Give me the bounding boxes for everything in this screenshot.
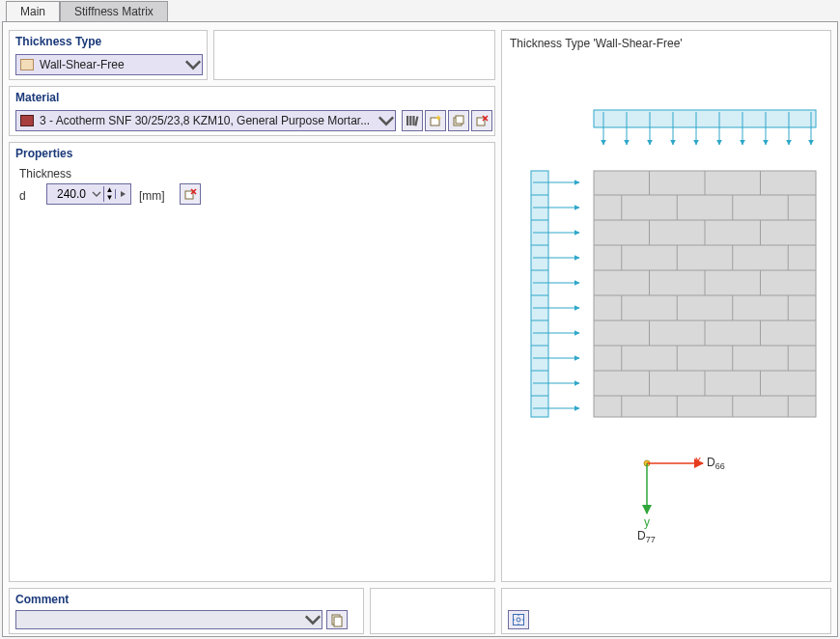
library-icon bbox=[405, 113, 420, 128]
svg-rect-2 bbox=[412, 116, 414, 125]
material-value: 3 - Acotherm SNF 30/25/23,8 KZM10, Gener… bbox=[40, 114, 378, 127]
apply-right-icon[interactable] bbox=[115, 189, 130, 199]
group-properties: Properties Thickness d 240.0 ▲ ▼ [mm] bbox=[9, 142, 495, 582]
thickness-type-select[interactable]: Wall-Shear-Free bbox=[15, 54, 203, 75]
group-empty bbox=[213, 30, 495, 80]
preview-d77-label: D77 bbox=[637, 529, 656, 544]
delete-icon bbox=[474, 113, 490, 128]
group-comment-extra bbox=[370, 588, 495, 634]
svg-rect-14 bbox=[334, 617, 342, 626]
thickness-type-swatch-icon bbox=[20, 59, 34, 70]
svg-rect-3 bbox=[414, 116, 418, 125]
group-title: Material bbox=[15, 91, 59, 104]
chevron-down-icon bbox=[378, 111, 395, 130]
chevron-down-icon bbox=[304, 611, 322, 628]
new-icon bbox=[428, 113, 443, 128]
chevron-down-icon bbox=[90, 189, 103, 199]
material-duplicate-button[interactable] bbox=[448, 110, 469, 131]
group-title: Thickness Type bbox=[15, 35, 101, 48]
group-comment: Comment bbox=[9, 588, 364, 634]
stepper[interactable]: ▲ ▼ bbox=[103, 186, 115, 202]
material-delete-button[interactable] bbox=[471, 110, 492, 131]
page-stiffness-matrix: Thickness Type Wall-Shear-Free Material … bbox=[2, 21, 838, 637]
group-thickness-type: Thickness Type Wall-Shear-Free bbox=[9, 30, 208, 80]
comment-input[interactable] bbox=[15, 610, 322, 629]
tab-main[interactable]: Main bbox=[6, 1, 60, 22]
preview-x-axis-label: x bbox=[695, 454, 701, 467]
svg-rect-0 bbox=[406, 116, 408, 125]
tab-bar: Main Stiffness Matrix bbox=[6, 0, 168, 21]
delete-prop-icon bbox=[182, 186, 198, 202]
duplicate-icon bbox=[451, 113, 466, 128]
group-title: Comment bbox=[15, 593, 69, 606]
material-select[interactable]: 3 - Acotherm SNF 30/25/23,8 KZM10, Gener… bbox=[15, 110, 396, 131]
thickness-label: Thickness bbox=[19, 167, 71, 181]
group-material: Material 3 - Acotherm SNF 30/25/23,8 KZM… bbox=[9, 86, 495, 136]
thickness-delete-button[interactable] bbox=[180, 183, 201, 205]
svg-rect-1 bbox=[409, 116, 411, 125]
step-down-icon[interactable]: ▼ bbox=[104, 194, 115, 202]
material-new-button[interactable] bbox=[425, 110, 446, 131]
zoom-fit-button[interactable] bbox=[508, 610, 529, 629]
group-preview: Thickness Type 'Wall-Shear-Free' bbox=[501, 30, 831, 582]
chevron-down-icon bbox=[184, 55, 202, 74]
material-swatch-icon bbox=[20, 115, 34, 126]
comment-pick-button[interactable] bbox=[326, 610, 348, 629]
svg-point-95 bbox=[517, 618, 520, 622]
thickness-type-value: Wall-Shear-Free bbox=[40, 58, 184, 71]
pick-icon bbox=[329, 612, 345, 627]
group-title: Properties bbox=[15, 147, 72, 160]
svg-rect-6 bbox=[456, 116, 463, 124]
zoom-fit-icon bbox=[511, 612, 526, 627]
svg-rect-94 bbox=[514, 615, 524, 625]
preview-y-axis-label: y bbox=[644, 515, 650, 529]
thickness-value: 240.0 bbox=[47, 187, 90, 201]
tab-stiffness-matrix[interactable]: Stiffness Matrix bbox=[60, 1, 168, 22]
thickness-symbol: d bbox=[19, 189, 26, 203]
thickness-value-input[interactable]: 240.0 ▲ ▼ bbox=[46, 183, 131, 205]
group-preview-tools bbox=[501, 588, 831, 634]
thickness-unit: [mm] bbox=[139, 189, 165, 203]
preview-diagram bbox=[502, 31, 832, 583]
material-library-button[interactable] bbox=[402, 110, 423, 131]
preview-d66-label: D66 bbox=[707, 456, 725, 471]
